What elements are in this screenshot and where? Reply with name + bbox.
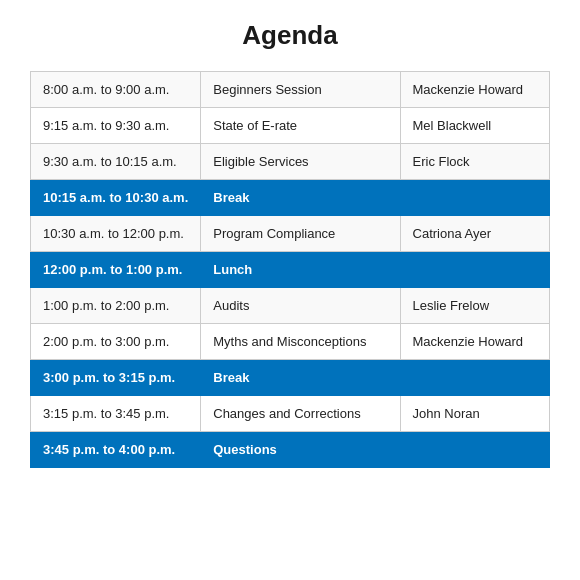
session-cell: Break: [201, 360, 550, 396]
speaker-cell: Mel Blackwell: [400, 108, 549, 144]
time-cell: 9:15 a.m. to 9:30 a.m.: [31, 108, 201, 144]
time-cell: 8:00 a.m. to 9:00 a.m.: [31, 72, 201, 108]
speaker-cell: Catriona Ayer: [400, 216, 549, 252]
time-cell: 10:30 a.m. to 12:00 p.m.: [31, 216, 201, 252]
time-cell: 10:15 a.m. to 10:30 a.m.: [31, 180, 201, 216]
table-row: 9:30 a.m. to 10:15 a.m.Eligible Services…: [31, 144, 550, 180]
agenda-table: 8:00 a.m. to 9:00 a.m.Beginners SessionM…: [30, 71, 550, 468]
speaker-cell: Eric Flock: [400, 144, 549, 180]
table-row: 12:00 p.m. to 1:00 p.m.Lunch: [31, 252, 550, 288]
time-cell: 12:00 p.m. to 1:00 p.m.: [31, 252, 201, 288]
table-row: 3:45 p.m. to 4:00 p.m.Questions: [31, 432, 550, 468]
table-row: 9:15 a.m. to 9:30 a.m.State of E-rateMel…: [31, 108, 550, 144]
table-row: 3:00 p.m. to 3:15 p.m.Break: [31, 360, 550, 396]
table-row: 8:00 a.m. to 9:00 a.m.Beginners SessionM…: [31, 72, 550, 108]
time-cell: 3:15 p.m. to 3:45 p.m.: [31, 396, 201, 432]
session-cell: Eligible Services: [201, 144, 400, 180]
session-cell: State of E-rate: [201, 108, 400, 144]
speaker-cell: Mackenzie Howard: [400, 324, 549, 360]
session-cell: Audits: [201, 288, 400, 324]
session-cell: Changes and Corrections: [201, 396, 400, 432]
session-cell: Lunch: [201, 252, 550, 288]
session-cell: Break: [201, 180, 550, 216]
page-title: Agenda: [242, 20, 337, 51]
session-cell: Program Compliance: [201, 216, 400, 252]
time-cell: 3:45 p.m. to 4:00 p.m.: [31, 432, 201, 468]
speaker-cell: John Noran: [400, 396, 549, 432]
speaker-cell: Mackenzie Howard: [400, 72, 549, 108]
time-cell: 1:00 p.m. to 2:00 p.m.: [31, 288, 201, 324]
session-cell: Beginners Session: [201, 72, 400, 108]
table-row: 1:00 p.m. to 2:00 p.m.AuditsLeslie Frelo…: [31, 288, 550, 324]
table-row: 3:15 p.m. to 3:45 p.m.Changes and Correc…: [31, 396, 550, 432]
time-cell: 3:00 p.m. to 3:15 p.m.: [31, 360, 201, 396]
table-row: 10:15 a.m. to 10:30 a.m.Break: [31, 180, 550, 216]
time-cell: 2:00 p.m. to 3:00 p.m.: [31, 324, 201, 360]
session-cell: Questions: [201, 432, 550, 468]
time-cell: 9:30 a.m. to 10:15 a.m.: [31, 144, 201, 180]
table-row: 10:30 a.m. to 12:00 p.m.Program Complian…: [31, 216, 550, 252]
table-row: 2:00 p.m. to 3:00 p.m.Myths and Misconce…: [31, 324, 550, 360]
speaker-cell: Leslie Frelow: [400, 288, 549, 324]
session-cell: Myths and Misconceptions: [201, 324, 400, 360]
